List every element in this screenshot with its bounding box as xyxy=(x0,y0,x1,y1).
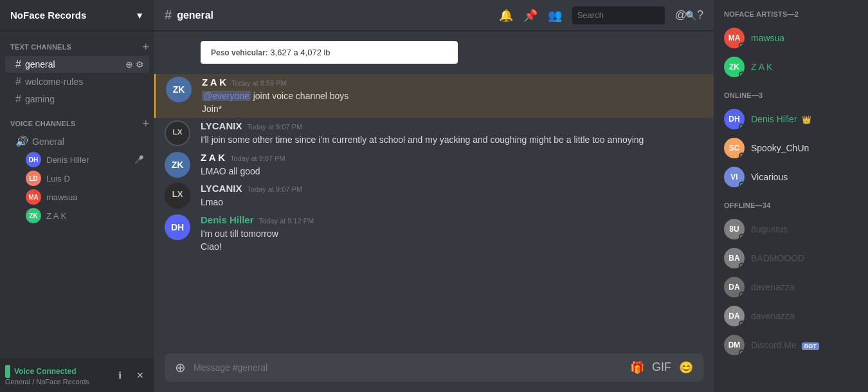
server-header[interactable]: NoFace Records ▼ xyxy=(0,0,154,31)
message-timestamp-denis: Today at 9:12 PM xyxy=(259,217,314,225)
crown-icon-denis: 👑 xyxy=(802,115,811,124)
voice-member-zak[interactable]: ZK Z A K xyxy=(5,207,149,225)
gift-icon[interactable]: 🎁 xyxy=(630,360,644,375)
message-text-lycanix-2: Lmao xyxy=(201,196,703,209)
voice-channel-general[interactable]: 🔊 General xyxy=(5,133,149,150)
message-timestamp-zak-2: Today at 9:07 PM xyxy=(230,154,285,162)
member-name-denis-right: Denis Hiller 👑 xyxy=(751,114,811,124)
member-item-davenazza-2[interactable]: DA davenazza xyxy=(719,302,863,330)
add-voice-channel-icon[interactable]: + xyxy=(142,118,149,129)
message-header-zak-1: Z A K Today at 8:59 PM xyxy=(202,77,703,88)
members-icon[interactable]: 👥 xyxy=(548,8,562,23)
hash-icon-general: # xyxy=(15,59,21,70)
member-item-vicarious[interactable]: VI Vicarious xyxy=(719,163,863,191)
status-dot-vicarious xyxy=(739,182,745,187)
members-category-artists: NOFACE ARTISTS—2 MA mawsua ZK Z A K xyxy=(719,10,863,81)
member-avatar-zak-right: ZK xyxy=(724,57,745,77)
embed-value: 3,627 a 4,072 lb xyxy=(270,48,330,57)
message-input-area: ⊕ 🎁 GIF 😊 xyxy=(154,353,714,392)
server-name: NoFace Records xyxy=(10,10,86,21)
voice-member-name-denis: Denis Hiller xyxy=(46,155,134,165)
member-item-zak-right[interactable]: ZK Z A K xyxy=(719,53,863,81)
status-dot-spooky xyxy=(739,153,745,158)
voice-member-avatar-denis: DH xyxy=(26,152,41,167)
voice-member-name-luisd: Luis D xyxy=(46,174,144,183)
message-group-lycanix-1: LX LYCANIX Today at 9:07 PM I'll join so… xyxy=(154,118,714,149)
member-item-spooky[interactable]: SC Spooky_ChUn xyxy=(719,134,863,162)
message-content-denis: Denis Hiller Today at 9:12 PM I'm out ti… xyxy=(201,214,703,253)
voice-disconnect-button[interactable]: ✕ xyxy=(131,366,149,384)
member-item-badmoood[interactable]: BA BADMOOOD xyxy=(719,244,863,272)
member-item-8ugustus[interactable]: 8U 8ugustus xyxy=(719,215,863,243)
add-file-icon[interactable]: ⊕ xyxy=(175,360,186,375)
server-chevron-icon: ▼ xyxy=(135,10,144,21)
at-icon[interactable]: @ xyxy=(675,8,687,22)
message-input-right-icons: 🎁 GIF 😊 xyxy=(630,360,693,375)
voice-member-avatar-mawsua: MA xyxy=(26,189,41,205)
member-avatar-davenazza-2: DA xyxy=(724,306,745,326)
voice-status-info: Voice Connected General / NoFace Records xyxy=(5,365,111,386)
member-item-discordme[interactable]: DM Discord.Me BOT xyxy=(719,331,863,359)
status-dot-8ugustus xyxy=(739,234,745,239)
message-input[interactable] xyxy=(194,362,630,373)
right-sidebar: NOFACE ARTISTS—2 MA mawsua ZK Z A K ONLI… xyxy=(714,0,868,392)
member-avatar-8ugustus: 8U xyxy=(724,219,745,239)
member-name-8ugustus: 8ugustus xyxy=(751,224,788,234)
status-dot-davenazza-2 xyxy=(739,321,745,326)
help-icon[interactable]: ? xyxy=(697,8,703,22)
member-avatar-mawsua: MA xyxy=(724,28,745,48)
voice-member-luisd[interactable]: LD Luis D xyxy=(5,169,149,187)
voice-signal-icon xyxy=(5,365,10,378)
bell-icon[interactable]: 🔔 xyxy=(499,8,513,23)
message-content-zak-2: Z A K Today at 9:07 PM LMAO all good xyxy=(201,152,703,178)
channel-item-welcome-rules[interactable]: # welcome-rules xyxy=(5,73,149,90)
member-name-vicarious: Vicarious xyxy=(751,172,788,182)
channel-item-gaming[interactable]: # gaming xyxy=(5,91,149,107)
channel-header-name: general xyxy=(177,10,213,21)
message-input-box: ⊕ 🎁 GIF 😊 xyxy=(165,353,703,382)
pin-icon[interactable]: 📌 xyxy=(523,8,538,23)
search-bar[interactable]: 🔍 xyxy=(572,6,665,24)
settings-icon[interactable]: ⚙ xyxy=(136,59,144,70)
voice-info-button[interactable]: ℹ xyxy=(111,366,129,384)
artists-category-header: NOFACE ARTISTS—2 xyxy=(719,10,863,23)
offline-category-header: OFFLINE—34 xyxy=(719,201,863,214)
voice-status-bar: Voice Connected General / NoFace Records… xyxy=(0,359,154,392)
voice-member-name-mawsua: mawsua xyxy=(46,192,144,202)
status-dot-denis xyxy=(739,124,745,129)
message-content-lycanix-1: LYCANIX Today at 9:07 PM I'll join some … xyxy=(201,120,703,147)
mute-icon-denis: 🎤 xyxy=(134,155,144,164)
status-dot-badmoood xyxy=(739,263,745,268)
member-item-denis-right[interactable]: DH Denis Hiller 👑 xyxy=(719,105,863,133)
member-name-zak-right: Z A K xyxy=(751,62,772,72)
member-item-mawsua[interactable]: MA mawsua xyxy=(719,24,863,52)
member-name-davenazza-2: davenazza xyxy=(751,311,795,321)
message-timestamp-zak-1: Today at 8:59 PM xyxy=(231,79,287,87)
message-header-lycanix-1: LYCANIX Today at 9:07 PM xyxy=(201,120,703,131)
status-dot-davenazza-1 xyxy=(739,292,745,297)
voice-channels-header[interactable]: VOICE CHANNELS + xyxy=(0,118,154,132)
member-name-discordme: Discord.Me BOT xyxy=(751,340,819,350)
search-icon: 🔍 xyxy=(685,10,696,21)
voice-connected-row: Voice Connected xyxy=(5,365,111,378)
voice-member-denis[interactable]: DH Denis Hiller 🎤 xyxy=(5,151,149,169)
channel-list: TEXT CHANNELS + # general ⊕ ⚙ # welcome-… xyxy=(0,31,154,359)
text-channels-header[interactable]: TEXT CHANNELS + xyxy=(0,41,154,55)
member-item-davenazza-1[interactable]: DA davenazza xyxy=(719,273,863,301)
main-content: # general 🔔 📌 👥 🔍 @ ? Peso vehicular: 3,… xyxy=(154,0,714,392)
emoji-icon[interactable]: 😊 xyxy=(679,360,693,375)
channel-item-general[interactable]: # general ⊕ ⚙ xyxy=(5,56,149,73)
member-avatar-denis-right: DH xyxy=(724,109,745,129)
message-header-lycanix-2: LYCANIX Today at 9:07 PM xyxy=(201,183,703,194)
channel-header-hash-icon: # xyxy=(165,8,172,23)
svg-text:LX: LX xyxy=(172,189,183,199)
add-text-channel-icon[interactable]: + xyxy=(142,41,149,53)
channel-name-gaming: gaming xyxy=(25,94,144,104)
avatar-denis: DH xyxy=(165,214,190,240)
invite-icon[interactable]: ⊕ xyxy=(125,59,133,70)
voice-member-mawsua[interactable]: MA mawsua xyxy=(5,188,149,206)
avatar-lycanix-1: LX xyxy=(165,120,190,146)
message-header-denis: Denis Hiller Today at 9:12 PM xyxy=(201,214,703,225)
search-input[interactable] xyxy=(577,10,685,20)
gif-icon[interactable]: GIF xyxy=(652,360,671,375)
